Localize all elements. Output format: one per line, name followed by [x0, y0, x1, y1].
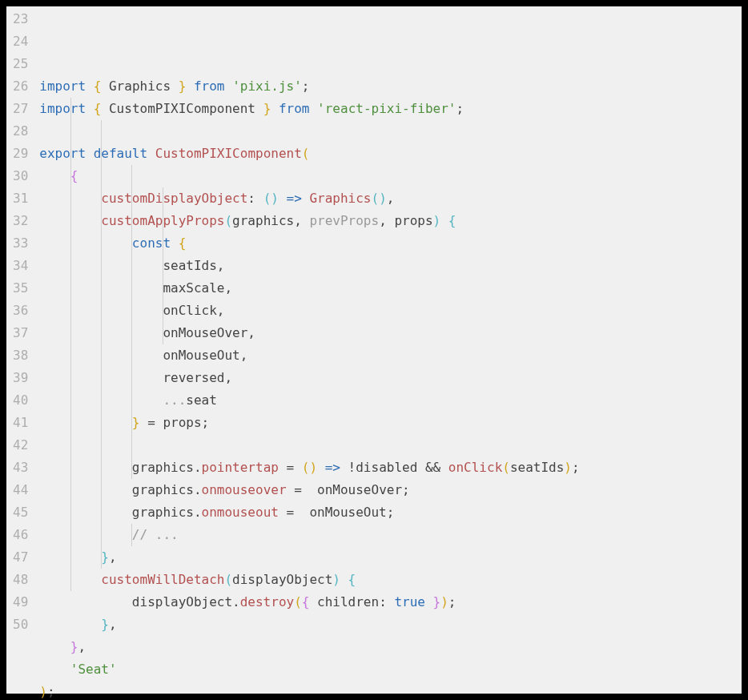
line-number: 34 — [13, 255, 28, 277]
code-line[interactable]: graphics.pointertap = () => !disabled &&… — [39, 457, 742, 479]
line-number: 40 — [13, 389, 28, 412]
code-line[interactable]: import { CustomPIXIComponent } from 'rea… — [39, 98, 742, 120]
line-number: 33 — [13, 232, 28, 255]
code-line[interactable]: ); — [39, 681, 742, 700]
line-number: 43 — [13, 457, 28, 479]
line-number: 25 — [13, 53, 28, 75]
code-line[interactable]: customApplyProps(graphics, prevProps, pr… — [39, 210, 742, 232]
line-number: 38 — [13, 344, 28, 367]
line-number: 27 — [13, 98, 28, 120]
code-line[interactable]: graphics.onmouseover = onMouseOver; — [39, 479, 742, 501]
code-line[interactable]: }, — [39, 614, 742, 636]
code-line[interactable] — [39, 434, 742, 457]
line-number: 44 — [13, 479, 28, 501]
code-line[interactable]: export default CustomPIXIComponent( — [39, 143, 742, 165]
code-line[interactable] — [39, 120, 742, 143]
line-number: 24 — [13, 30, 28, 53]
code-line[interactable]: }, — [39, 636, 742, 658]
code-line[interactable]: }, — [39, 546, 742, 569]
line-number-gutter: 2324252627282930313233343536373839404142… — [6, 8, 39, 694]
line-number: 36 — [13, 300, 28, 322]
line-number: 30 — [13, 165, 28, 187]
code-line[interactable]: // ... — [39, 524, 742, 546]
code-editor: 2324252627282930313233343536373839404142… — [6, 6, 742, 694]
code-line[interactable]: maxScale, — [39, 277, 742, 300]
line-number: 26 — [13, 75, 28, 98]
line-number: 23 — [13, 8, 28, 30]
code-line[interactable]: customDisplayObject: () => Graphics(), — [39, 187, 742, 210]
code-area[interactable]: import { Graphics } from 'pixi.js';impor… — [39, 8, 742, 694]
code-line[interactable]: customWillDetach(displayObject) { — [39, 569, 742, 591]
code-line[interactable]: { — [39, 165, 742, 187]
line-number: 46 — [13, 524, 28, 546]
line-number: 28 — [13, 120, 28, 143]
code-line[interactable]: seatIds, — [39, 255, 742, 277]
line-number: 39 — [13, 367, 28, 389]
line-number: 35 — [13, 277, 28, 300]
line-number: 49 — [13, 591, 28, 614]
code-line[interactable]: onMouseOut, — [39, 344, 742, 367]
code-line[interactable]: reversed, — [39, 367, 742, 389]
line-number: 41 — [13, 412, 28, 434]
code-line[interactable]: } = props; — [39, 412, 742, 434]
line-number: 50 — [13, 614, 28, 636]
code-line[interactable]: displayObject.destroy({ children: true }… — [39, 591, 742, 614]
code-line[interactable]: onMouseOver, — [39, 322, 742, 344]
line-number: 37 — [13, 322, 28, 344]
code-line[interactable]: graphics.onmouseout = onMouseOut; — [39, 501, 742, 524]
line-number: 31 — [13, 187, 28, 210]
code-line[interactable]: onClick, — [39, 300, 742, 322]
line-number: 45 — [13, 501, 28, 524]
line-number: 48 — [13, 569, 28, 591]
line-number: 32 — [13, 210, 28, 232]
code-line[interactable]: 'Seat' — [39, 658, 742, 681]
code-line[interactable]: ...seat — [39, 389, 742, 412]
line-number: 29 — [13, 143, 28, 165]
line-number: 42 — [13, 434, 28, 457]
code-line[interactable]: import { Graphics } from 'pixi.js'; — [39, 75, 742, 98]
code-line[interactable]: const { — [39, 232, 742, 255]
line-number: 47 — [13, 546, 28, 569]
